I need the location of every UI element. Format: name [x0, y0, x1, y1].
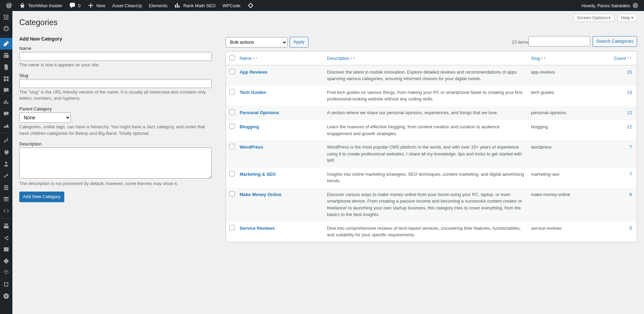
menu-generic1[interactable] — [0, 220, 12, 232]
menu-code[interactable] — [0, 205, 12, 217]
col-count-sort[interactable]: Count ▲▼ — [614, 56, 632, 61]
apply-button[interactable]: Apply — [290, 37, 308, 47]
name-desc: The name is how it appears on your site. — [19, 62, 212, 68]
name-input[interactable] — [19, 52, 212, 61]
slug-input[interactable] — [19, 79, 212, 88]
table-row: BloggingLearn the nuances of effective b… — [226, 120, 637, 140]
category-count-link[interactable]: 7 — [630, 172, 632, 177]
items-count-label: 23 items — [512, 40, 528, 45]
category-count-link[interactable]: 7 — [630, 144, 632, 150]
site-name-link[interactable]: TechWise Insider — [17, 0, 65, 11]
menu-media[interactable] — [0, 50, 12, 61]
category-name-link[interactable]: Marketing & SEO — [240, 172, 276, 177]
description-label: Description — [19, 141, 212, 147]
category-slug: tech-guides — [527, 86, 610, 106]
description-textarea[interactable] — [19, 148, 212, 178]
wpcode-link[interactable]: WPCode — [220, 0, 243, 11]
category-count-link[interactable]: 13 — [627, 90, 632, 95]
category-name-link[interactable]: Service Reviews — [240, 226, 275, 231]
menu-comments[interactable] — [0, 85, 12, 96]
rankmath-link[interactable]: Rank Math SEO — [172, 0, 218, 11]
menu-analytics[interactable] — [0, 96, 12, 108]
category-slug: app-reviews — [527, 65, 610, 86]
admin-sidebar — [0, 11, 12, 242]
select-all-checkbox[interactable] — [229, 55, 235, 61]
category-description: A section where we share our personal op… — [324, 106, 527, 120]
menu-plugins[interactable] — [0, 147, 12, 158]
category-slug: wordpress — [527, 140, 610, 167]
add-category-button[interactable]: Add New Category — [19, 192, 64, 202]
table-row: Tech GuidesFind tech guides on various t… — [226, 86, 637, 106]
col-description-sort[interactable]: Description ▲▼ — [327, 56, 356, 61]
search-categories-button[interactable]: Search Categories — [592, 36, 637, 47]
category-slug: personal-opinions — [527, 106, 610, 120]
category-description: Learn the nuances of effective blogging,… — [324, 120, 527, 140]
row-checkbox[interactable] — [229, 109, 235, 115]
sort-icon: ▲▼ — [350, 57, 356, 59]
category-description: WordPress is the most popular CMS platfo… — [324, 140, 527, 167]
menu-posts[interactable] — [0, 38, 12, 50]
sort-icon: ▲▼ — [626, 57, 632, 59]
name-label: Name — [19, 46, 212, 51]
category-count-link[interactable]: 15 — [627, 69, 632, 75]
menu-share[interactable] — [0, 232, 12, 242]
bulk-actions-select[interactable]: Bulk actions — [226, 37, 287, 47]
row-checkbox[interactable] — [229, 69, 235, 74]
menu-rankmath[interactable] — [0, 120, 12, 131]
category-count-link[interactable]: 12 — [627, 110, 632, 115]
category-description: Dive into comprehensive reviews of tech-… — [324, 221, 527, 242]
help-button[interactable]: Help▾ — [617, 14, 637, 22]
asset-cleanup-link[interactable]: Asset CleanUp — [109, 0, 145, 11]
row-checkbox[interactable] — [229, 89, 235, 95]
category-name-link[interactable]: WordPress — [240, 144, 263, 150]
chevron-down-icon: ▾ — [609, 15, 611, 20]
comments-link[interactable]: 0 — [66, 0, 83, 11]
category-name-link[interactable]: Blogging — [240, 124, 259, 129]
new-content-link[interactable]: New — [85, 0, 108, 11]
table-row: App ReviewsDiscover the latest in mobile… — [226, 65, 637, 86]
category-slug: blogging — [527, 120, 610, 140]
menu-settings-alt[interactable] — [0, 182, 12, 193]
menu-dashboard[interactable] — [0, 11, 12, 23]
category-name-link[interactable]: Personal Opinions — [240, 110, 279, 115]
row-checkbox[interactable] — [229, 144, 235, 149]
menu-appearance[interactable] — [0, 135, 12, 147]
col-name-sort[interactable]: Name ▲▼ — [240, 56, 258, 61]
elements-link[interactable]: Elements — [146, 0, 170, 11]
diamond-icon[interactable] — [244, 0, 257, 11]
category-description: Discover the latest in mobile innovation… — [324, 65, 527, 86]
screen-options-button[interactable]: Screen Options▾ — [573, 14, 615, 22]
category-slug: marketing-seo — [527, 167, 610, 188]
category-name-link[interactable]: App Reviews — [240, 69, 268, 75]
parent-select[interactable]: None — [19, 112, 71, 123]
svg-point-0 — [633, 3, 638, 8]
howdy-account[interactable]: Howdy, Panos Sakalakis — [579, 0, 641, 11]
menu-settings[interactable] — [0, 193, 12, 205]
row-checkbox[interactable] — [229, 171, 235, 176]
category-name-link[interactable]: Tech Guides — [240, 90, 266, 95]
row-checkbox[interactable] — [229, 225, 235, 230]
row-checkbox[interactable] — [229, 123, 235, 129]
menu-sitekit[interactable] — [0, 23, 12, 34]
menu-users[interactable] — [0, 158, 12, 170]
category-count-link[interactable]: 6 — [630, 192, 632, 197]
menu-pages[interactable] — [0, 61, 12, 73]
search-input[interactable] — [528, 36, 590, 46]
category-count-link[interactable]: 12 — [627, 124, 632, 129]
col-slug-sort[interactable]: Slug ▲▼ — [531, 56, 546, 61]
category-name-link[interactable]: Make Money Online — [240, 192, 281, 197]
category-description: Find tech guides on various things, from… — [324, 86, 527, 106]
category-description: Insights into online marketing strategie… — [324, 167, 527, 188]
add-category-form: Add New Category Name The name is how it… — [19, 36, 212, 202]
chevron-down-icon: ▾ — [631, 15, 633, 20]
parent-label: Parent Category — [19, 106, 212, 111]
category-count-link[interactable]: 5 — [630, 226, 632, 231]
menu-feedback[interactable] — [0, 108, 12, 120]
menu-blocks[interactable] — [0, 73, 12, 85]
row-checkbox[interactable] — [229, 191, 235, 197]
table-row: Make Money OnlineDiscover various ways t… — [226, 188, 637, 221]
menu-tools[interactable] — [0, 170, 12, 182]
wp-logo[interactable] — [3, 0, 15, 11]
table-row: Service ReviewsDive into comprehensive r… — [226, 221, 637, 242]
description-desc: The description is not prominent by defa… — [19, 181, 212, 187]
